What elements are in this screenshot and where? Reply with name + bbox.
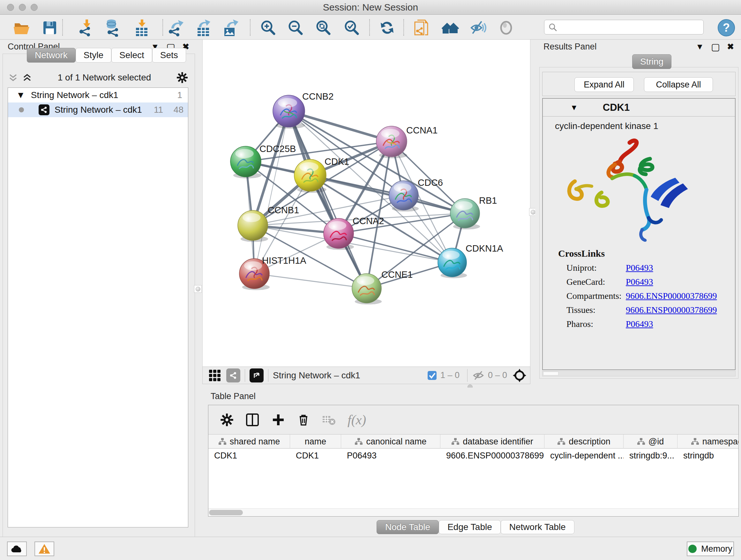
tab-sets[interactable]: Sets (152, 48, 186, 63)
network-graph[interactable]: CCNB2CCNA1CDC25BCDK1CDC6RB1CCNB1CCNA2CDK… (203, 40, 531, 367)
tab-node-table[interactable]: Node Table (377, 520, 439, 534)
crosslinks-section: CrossLinks Uniprot:P06493GeneCard:P06493… (543, 248, 735, 329)
toolbar-separator (245, 369, 245, 382)
collapse-all-networks-icon[interactable] (8, 72, 18, 83)
import-network-file-icon[interactable] (77, 19, 95, 37)
zoom-fit-icon[interactable] (314, 19, 332, 37)
open-session-icon[interactable] (12, 19, 30, 37)
table-cell[interactable]: cyclin-dependent ... (544, 449, 623, 462)
network-canvas[interactable]: CCNB2CCNA1CDC25BCDK1CDC6RB1CCNB1CCNA2CDK… (202, 40, 530, 367)
crosslink-link[interactable]: P06493 (626, 263, 653, 273)
table-cell[interactable]: CDK1 (290, 449, 341, 462)
crosslink-row: Pharos:P06493 (566, 319, 735, 329)
export-table-icon[interactable] (194, 19, 212, 37)
node-CDK1[interactable] (294, 159, 327, 193)
table-options-gear-icon[interactable] (220, 413, 234, 427)
node-CCNE1[interactable] (352, 273, 382, 305)
crosslink-link[interactable]: P06493 (626, 277, 653, 287)
column-header-namespace[interactable]: namespace (677, 435, 739, 449)
export-image-icon[interactable] (222, 19, 240, 37)
gene-caret-icon[interactable]: ▼ (570, 103, 578, 112)
column-header-canonical-name[interactable]: canonical name (341, 435, 441, 449)
expand-all-button[interactable]: Expand All (575, 77, 634, 92)
column-header-database-identifier[interactable]: database identifier (441, 435, 544, 449)
import-network-database-icon[interactable] (105, 19, 122, 37)
show-columns-icon[interactable] (245, 412, 260, 428)
network-share-view-icon[interactable] (226, 368, 240, 382)
node-CCNB1[interactable] (238, 210, 268, 242)
node-CCNA2[interactable] (324, 219, 354, 250)
add-column-icon[interactable] (271, 413, 286, 427)
edge-CCNA2-CDKN1A[interactable] (339, 233, 452, 262)
save-session-icon[interactable] (41, 19, 59, 37)
warning-status-button[interactable] (35, 542, 54, 556)
node-CDKN1A[interactable] (438, 248, 467, 278)
column-header-name[interactable]: name (290, 435, 341, 449)
selected-checkbox-icon[interactable] (427, 370, 437, 381)
column-header--id[interactable]: @id (623, 435, 677, 449)
toolbar-separator (369, 19, 370, 36)
show-graphics-icon[interactable] (497, 19, 515, 37)
table-horizontal-scrollbar[interactable] (208, 508, 738, 516)
network-view-title: String Network – cdk1 (273, 370, 427, 381)
tab-edge-table[interactable]: Edge Table (439, 520, 501, 534)
column-header-shared-name[interactable]: shared name (208, 435, 290, 449)
search-input[interactable] (557, 22, 694, 32)
panel-float-icon[interactable]: ▢ (711, 41, 720, 52)
tab-string-results[interactable]: String (632, 54, 671, 69)
zoom-in-icon[interactable] (259, 19, 277, 37)
crosslink-link[interactable]: 9606.ENSP00000378699 (626, 291, 717, 301)
hide-unhide-icon[interactable] (469, 19, 487, 37)
crosslink-link[interactable]: 9606.ENSP00000378699 (626, 305, 717, 315)
panel-menu-icon[interactable]: ▼ (696, 42, 704, 52)
gene-header-row[interactable]: ▼ CDK1 (543, 99, 735, 117)
panel-close-icon[interactable]: ✖ (727, 42, 734, 52)
crosslink-label: Compartments: (566, 291, 626, 301)
string-document-icon[interactable] (413, 19, 431, 37)
cloud-status-button[interactable] (7, 542, 27, 556)
network-options-gear-icon[interactable] (176, 71, 188, 84)
export-network-icon[interactable] (167, 19, 185, 37)
column-header-description[interactable]: description (544, 435, 623, 449)
detach-view-icon[interactable] (250, 368, 264, 382)
network-collection-row[interactable]: ▼ String Network – cdk1 1 (8, 88, 188, 103)
network-row[interactable]: String Network – cdk1 11 48 (8, 103, 188, 117)
edge-HIST1H1A-CCNE1[interactable] (254, 273, 367, 288)
import-table-icon[interactable] (133, 19, 151, 37)
expand-all-networks-icon[interactable] (22, 72, 32, 83)
left-splitter-handle[interactable] (194, 285, 202, 293)
table-cell[interactable]: 9606.ENSP00000378699 (441, 449, 544, 462)
memory-button[interactable]: Memory (687, 542, 734, 556)
zoom-out-icon[interactable] (286, 19, 305, 37)
column-header-label: shared name (230, 437, 280, 447)
toolbar-separator (268, 369, 268, 382)
search-icon (548, 23, 557, 32)
scrollbar-thumb[interactable] (209, 510, 243, 515)
delete-column-icon[interactable] (296, 413, 311, 427)
table-cell[interactable]: CDK1 (208, 449, 290, 462)
node-RB1[interactable] (450, 199, 480, 230)
table-row[interactable]: CDK1CDK1P064939606.ENSP00000378699cyclin… (208, 449, 739, 462)
grid-view-icon[interactable] (208, 368, 222, 382)
node-CCNA1[interactable] (376, 126, 407, 159)
table-cell[interactable]: stringdb:9... (623, 449, 677, 462)
refresh-icon[interactable] (378, 19, 396, 37)
crosslink-link[interactable]: P06493 (626, 319, 653, 329)
table-cell[interactable]: P06493 (341, 449, 441, 462)
network-view-toolbar: String Network – cdk1 1 – 0 0 – 0 (202, 367, 530, 384)
tab-network[interactable]: Network (27, 48, 76, 63)
node-CDC6[interactable] (389, 181, 419, 212)
homes-icon[interactable] (441, 19, 459, 37)
results-scrollbar[interactable] (542, 371, 736, 376)
help-icon[interactable]: ? (718, 19, 735, 37)
node-CDC25B[interactable] (230, 146, 261, 179)
birdseye-navigator-icon[interactable] (512, 368, 527, 383)
zoom-selected-icon[interactable] (343, 19, 360, 37)
edge-CCNB2-HIST1H1A[interactable] (254, 111, 289, 273)
tab-network-table[interactable]: Network Table (501, 520, 575, 534)
tab-style[interactable]: Style (76, 48, 111, 63)
tree-caret-icon[interactable]: ▼ (16, 90, 25, 100)
tab-select[interactable]: Select (111, 48, 152, 63)
collapse-all-button[interactable]: Collapse All (644, 77, 713, 92)
table-cell[interactable]: stringdb (677, 449, 739, 462)
